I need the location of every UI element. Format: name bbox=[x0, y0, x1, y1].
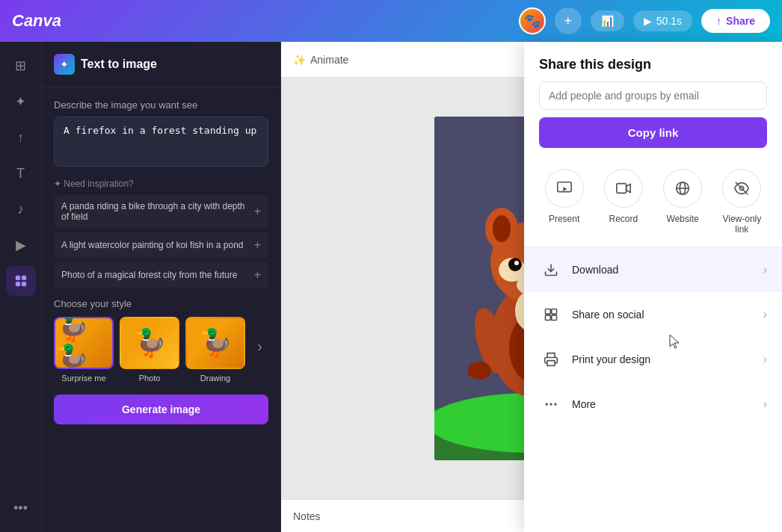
topbar: Canva 🐾 + 📊 ▶ 50.1s ↑ Share bbox=[0, 0, 782, 42]
describe-input[interactable] bbox=[54, 117, 268, 167]
main-layout: ⊞ ✦ ↑ T ♪ ▶ ••• ✦ Text to image Describe… bbox=[0, 42, 782, 532]
print-icon bbox=[539, 347, 563, 371]
suggestion-text-2: A light watercolor painting of koi fish … bbox=[61, 240, 254, 250]
share-social-chevron: › bbox=[763, 308, 767, 321]
share-actions-grid: Present Record bbox=[524, 157, 782, 247]
style-photo[interactable]: 🦆 Photo bbox=[120, 317, 179, 383]
style-label: Choose your style bbox=[54, 298, 268, 309]
style-name-drawing: Drawing bbox=[200, 374, 230, 383]
print-chevron: › bbox=[763, 353, 767, 366]
suggestion-item-2[interactable]: A light watercolor painting of koi fish … bbox=[54, 232, 268, 258]
share-panel-header: Share this design Copy link bbox=[524, 42, 782, 157]
style-name-photo: Photo bbox=[139, 374, 161, 383]
sidebar-item-video[interactable]: ▶ bbox=[6, 230, 36, 260]
svg-rect-42 bbox=[547, 361, 555, 366]
style-grid: 🦆🦆 Surprise me 🦆 Photo 🦆 Drawing › bbox=[54, 317, 268, 383]
record-label: Record bbox=[609, 214, 638, 224]
share-social-label: Share on social bbox=[572, 309, 763, 321]
sidebar-item-more[interactable]: ••• bbox=[6, 493, 36, 523]
record-action[interactable]: Record bbox=[598, 169, 648, 235]
inspiration-label: ✦ Need inspiration? bbox=[54, 179, 268, 189]
suggestion-text-1: A panda riding a bike through a city wit… bbox=[61, 201, 254, 222]
suggestion-text-3: Photo of a magical forest city from the … bbox=[61, 270, 254, 280]
share-social-item[interactable]: Share on social › bbox=[524, 292, 782, 337]
view-only-icon bbox=[722, 169, 761, 208]
website-action[interactable]: Website bbox=[658, 169, 708, 235]
left-panel: ✦ Text to image Describe the image you w… bbox=[42, 42, 281, 532]
view-only-label: View-only link bbox=[717, 214, 767, 235]
user-avatar[interactable]: 🐾 bbox=[519, 7, 546, 34]
style-name-surprise: Surprise me bbox=[61, 374, 105, 383]
add-button[interactable]: + bbox=[555, 7, 582, 34]
style-thumb-surprise: 🦆🦆 bbox=[54, 317, 114, 369]
download-label: Download bbox=[572, 264, 763, 276]
suggestion-plus-2: + bbox=[254, 238, 261, 252]
sidebar-item-apps[interactable] bbox=[6, 266, 36, 296]
download-item[interactable]: Download › bbox=[524, 247, 782, 292]
panel-content: Describe the image you want see ✦ Need i… bbox=[42, 87, 280, 532]
share-button[interactable]: ↑ Share bbox=[701, 9, 770, 33]
svg-rect-3 bbox=[21, 282, 25, 286]
more-label: More bbox=[572, 398, 763, 410]
share-label: Share bbox=[726, 15, 755, 27]
generate-button[interactable]: Generate image bbox=[54, 395, 268, 424]
present-action[interactable]: Present bbox=[539, 169, 589, 235]
sidebar-item-uploads[interactable]: ↑ bbox=[6, 123, 36, 152]
play-button[interactable]: ▶ 50.1s bbox=[633, 10, 692, 31]
style-drawing[interactable]: 🦆 Drawing bbox=[185, 317, 245, 383]
sidebar-item-elements[interactable]: ✦ bbox=[6, 87, 36, 117]
analytics-button[interactable]: 📊 bbox=[591, 10, 624, 31]
svg-rect-2 bbox=[15, 282, 19, 286]
suggestion-plus-3: + bbox=[254, 268, 261, 282]
svg-point-11 bbox=[493, 215, 511, 242]
present-label: Present bbox=[549, 214, 579, 224]
svg-rect-41 bbox=[552, 315, 557, 321]
describe-label: Describe the image you want see bbox=[54, 99, 268, 111]
view-only-action[interactable]: View-only link bbox=[717, 169, 767, 235]
play-duration: 50.1s bbox=[656, 15, 682, 27]
notes-label: Notes bbox=[293, 510, 321, 522]
panel-header: ✦ Text to image bbox=[42, 42, 280, 87]
svg-rect-30 bbox=[617, 184, 626, 194]
play-icon: ▶ bbox=[644, 15, 652, 27]
record-icon bbox=[604, 169, 643, 208]
canvas-area: ✨ Animate bbox=[281, 42, 782, 532]
sidebar-icons: ⊞ ✦ ↑ T ♪ ▶ ••• bbox=[0, 42, 42, 532]
bar-chart-icon: 📊 bbox=[601, 15, 614, 27]
sidebar-item-audio[interactable]: ♪ bbox=[6, 194, 36, 224]
download-icon bbox=[539, 258, 563, 282]
svg-rect-39 bbox=[552, 309, 557, 315]
style-thumb-photo: 🦆 bbox=[120, 317, 179, 369]
panel-title: Text to image bbox=[81, 58, 157, 71]
animate-button[interactable]: ✨ Animate bbox=[293, 54, 348, 66]
email-input[interactable] bbox=[539, 81, 767, 110]
animate-label: Animate bbox=[310, 54, 348, 66]
suggestion-item-3[interactable]: Photo of a magical forest city from the … bbox=[54, 262, 268, 288]
svg-point-18 bbox=[514, 261, 519, 265]
style-more-btn[interactable]: › bbox=[251, 309, 268, 383]
sidebar-item-text[interactable]: T bbox=[6, 158, 36, 188]
text-to-image-icon: ✦ bbox=[54, 54, 75, 75]
share-icon: ↑ bbox=[716, 15, 721, 27]
suggestion-item-1[interactable]: A panda riding a bike through a city wit… bbox=[54, 195, 268, 228]
svg-marker-31 bbox=[626, 185, 631, 193]
sidebar-item-grid[interactable]: ⊞ bbox=[6, 51, 36, 81]
svg-point-24 bbox=[467, 362, 491, 380]
svg-marker-29 bbox=[563, 187, 567, 191]
share-panel-title: Share this design bbox=[539, 57, 767, 72]
svg-point-45 bbox=[554, 403, 556, 405]
svg-rect-40 bbox=[546, 315, 551, 321]
download-chevron: › bbox=[763, 263, 767, 276]
more-icon bbox=[539, 392, 563, 416]
svg-point-44 bbox=[549, 403, 552, 405]
more-chevron: › bbox=[763, 398, 767, 411]
present-icon bbox=[545, 169, 584, 208]
website-label: Website bbox=[667, 214, 699, 224]
copy-link-button[interactable]: Copy link bbox=[539, 117, 767, 148]
svg-rect-38 bbox=[546, 309, 551, 315]
print-item[interactable]: Print your design › bbox=[524, 337, 782, 382]
animate-icon: ✨ bbox=[293, 54, 306, 66]
website-icon bbox=[663, 169, 702, 208]
style-surprise[interactable]: 🦆🦆 Surprise me bbox=[54, 317, 114, 383]
more-item[interactable]: More › bbox=[524, 382, 782, 427]
